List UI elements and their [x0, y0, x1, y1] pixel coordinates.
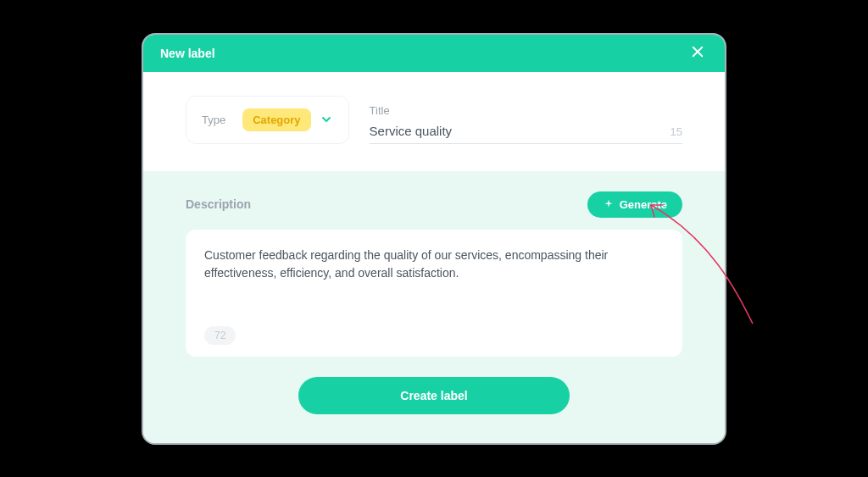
- top-section: Type Category Title 15: [143, 72, 725, 171]
- type-badge: Category: [242, 108, 310, 131]
- dialog-title: New label: [160, 47, 215, 60]
- type-selector[interactable]: Type Category: [186, 96, 349, 144]
- chevron-down-icon: [320, 113, 333, 126]
- description-count: 72: [204, 326, 236, 345]
- create-label-button[interactable]: Create label: [298, 377, 570, 414]
- generate-button[interactable]: Generate: [587, 191, 682, 218]
- dialog-header: New label: [143, 35, 725, 72]
- type-label: Type: [202, 114, 225, 126]
- description-section: Description Generate 72 Create label: [143, 171, 725, 443]
- description-header: Description Generate: [186, 191, 682, 218]
- close-button[interactable]: [687, 43, 708, 64]
- generate-button-label: Generate: [620, 198, 667, 211]
- new-label-dialog: New label Type Category Ti: [142, 33, 726, 445]
- description-textarea-wrapper: 72: [186, 230, 682, 357]
- title-count: 15: [670, 125, 682, 138]
- title-group: Title 15: [370, 104, 682, 144]
- description-label: Description: [186, 197, 251, 211]
- title-input[interactable]: [370, 124, 670, 138]
- type-value-wrapper: Category: [242, 108, 332, 131]
- title-input-row: 15: [370, 124, 682, 144]
- create-button-row: Create label: [186, 377, 682, 414]
- close-icon: [690, 44, 705, 63]
- title-label: Title: [370, 104, 682, 117]
- description-textarea[interactable]: [204, 247, 664, 318]
- sparkle-icon: [603, 198, 615, 210]
